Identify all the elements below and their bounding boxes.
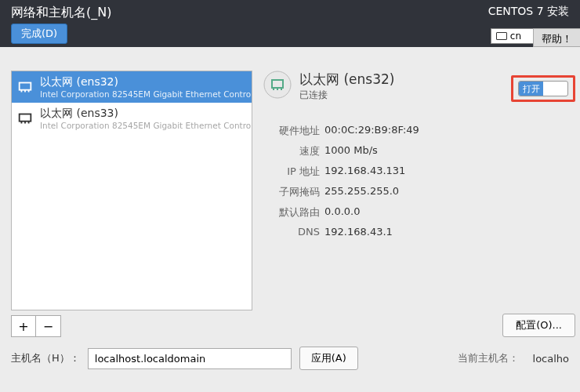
property-value: 192.168.43.131 (324, 165, 405, 179)
detail-status: 已连接 (299, 89, 394, 102)
keyboard-indicator[interactable]: cn (491, 28, 536, 44)
toggle-highlight: 打开 (511, 75, 575, 102)
property-row: DNS192.168.43.1 (263, 226, 569, 238)
ethernet-icon (263, 71, 292, 99)
footer-bar: 主机名（H）： 应用(A) 当前主机名： localho (0, 337, 580, 379)
svg-point-2 (264, 71, 291, 98)
property-value: 0.0.0.0 (324, 205, 360, 220)
hostname-label: 主机名（H）： (11, 351, 80, 365)
detail-panel: 以太网 (ens32) 已连接 打开 硬件地址00:0C:29:B9:8F:49… (263, 71, 569, 337)
toggle-off-side (543, 82, 567, 96)
property-row: 速度1000 Mb/s (263, 144, 569, 158)
help-button[interactable]: 帮助！ (533, 28, 580, 47)
nic-item[interactable]: 以太网 (ens32)Intel Corporation 82545EM Gig… (12, 71, 252, 103)
property-label: DNS (263, 226, 320, 238)
current-hostname-label: 当前主机名： (458, 351, 519, 365)
property-value: 00:0C:29:B9:8F:49 (324, 124, 419, 138)
add-nic-button[interactable]: + (11, 315, 36, 337)
header-bar: 网络和主机名(_N) 完成(D) CENTOS 7 安装 cn 帮助！ (0, 0, 580, 47)
nic-name: 以太网 (ens33) (40, 107, 252, 121)
remove-nic-button[interactable]: − (36, 315, 61, 337)
connection-toggle[interactable]: 打开 (518, 81, 568, 96)
nic-desc: Intel Corporation 82545EM Gigabit Ethern… (40, 121, 252, 130)
property-label: 速度 (263, 144, 320, 158)
property-row: 硬件地址00:0C:29:B9:8F:49 (263, 124, 569, 138)
property-value: 255.255.255.0 (324, 185, 399, 199)
nic-item[interactable]: 以太网 (ens33)Intel Corporation 82545EM Gig… (12, 103, 252, 134)
property-label: 默认路由 (263, 205, 320, 220)
detail-title: 以太网 (ens32) (299, 71, 394, 89)
svg-rect-0 (20, 83, 31, 90)
property-list: 硬件地址00:0C:29:B9:8F:49速度1000 Mb/sIP 地址192… (263, 124, 569, 238)
hostname-input[interactable] (88, 348, 292, 369)
page-title: 网络和主机名(_N) (11, 5, 111, 21)
apply-button[interactable]: 应用(A) (299, 347, 358, 370)
current-hostname-value: localho (533, 353, 569, 365)
configure-button[interactable]: 配置(O)... (502, 314, 575, 337)
nic-desc: Intel Corporation 82545EM Gigabit Ethern… (40, 89, 252, 99)
keyboard-icon (496, 32, 507, 40)
nic-panel: 以太网 (ens32)Intel Corporation 82545EM Gig… (11, 71, 252, 337)
installer-label: CENTOS 7 安装 (488, 5, 569, 19)
content-area: 以太网 (ens32)Intel Corporation 82545EM Gig… (0, 47, 580, 337)
done-button[interactable]: 完成(D) (11, 24, 67, 44)
property-label: 子网掩码 (263, 185, 320, 199)
property-value: 192.168.43.1 (324, 226, 393, 238)
nic-name: 以太网 (ens32) (40, 75, 252, 89)
property-label: 硬件地址 (263, 124, 320, 138)
keyboard-layout: cn (510, 31, 521, 42)
property-value: 1000 Mb/s (324, 144, 378, 158)
nic-list[interactable]: 以太网 (ens32)Intel Corporation 82545EM Gig… (11, 71, 252, 310)
property-row: 默认路由0.0.0.0 (263, 205, 569, 220)
toggle-on-label: 打开 (519, 82, 543, 96)
svg-rect-1 (20, 114, 31, 122)
property-row: 子网掩码255.255.255.0 (263, 185, 569, 199)
property-row: IP 地址192.168.43.131 (263, 165, 569, 179)
property-label: IP 地址 (263, 165, 320, 179)
nic-button-row: + − (11, 315, 252, 337)
